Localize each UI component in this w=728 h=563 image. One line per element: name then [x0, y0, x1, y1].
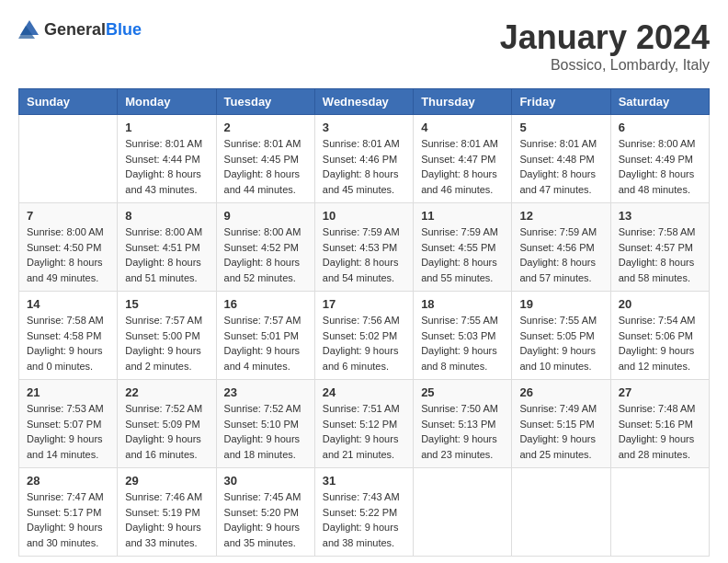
calendar-cell: 19Sunrise: 7:55 AMSunset: 5:05 PMDayligh… [512, 292, 610, 380]
day-number: 6 [619, 121, 701, 134]
day-info: Sunrise: 7:59 AMSunset: 4:56 PMDaylight:… [519, 224, 602, 285]
day-number: 2 [224, 121, 307, 134]
calendar-week-5: 28Sunrise: 7:47 AMSunset: 5:17 PMDayligh… [19, 468, 710, 557]
calendar-cell: 9Sunrise: 8:00 AMSunset: 4:52 PMDaylight… [216, 203, 314, 292]
day-number: 21 [27, 385, 109, 399]
calendar-cell [610, 468, 709, 557]
calendar-week-4: 21Sunrise: 7:53 AMSunset: 5:07 PMDayligh… [19, 380, 710, 468]
day-info: Sunrise: 8:01 AMSunset: 4:48 PMDaylight:… [519, 136, 602, 197]
calendar-cell: 3Sunrise: 8:01 AMSunset: 4:46 PMDaylight… [314, 115, 413, 203]
calendar-cell: 11Sunrise: 7:59 AMSunset: 4:55 PMDayligh… [414, 203, 512, 292]
day-number: 1 [125, 121, 208, 134]
calendar-cell: 4Sunrise: 8:01 AMSunset: 4:47 PMDaylight… [414, 115, 512, 203]
day-info: Sunrise: 7:57 AMSunset: 5:00 PMDaylight:… [125, 313, 208, 373]
day-number: 28 [27, 474, 109, 488]
header-day-friday: Friday [512, 89, 610, 115]
day-info: Sunrise: 7:55 AMSunset: 5:03 PMDaylight:… [421, 313, 504, 373]
calendar-cell [19, 115, 118, 203]
day-info: Sunrise: 7:47 AMSunset: 5:17 PMDaylight:… [27, 489, 109, 550]
day-number: 30 [224, 474, 307, 488]
day-number: 20 [619, 297, 701, 311]
calendar-cell: 2Sunrise: 8:01 AMSunset: 4:45 PMDaylight… [216, 115, 314, 203]
calendar-cell: 13Sunrise: 7:58 AMSunset: 4:57 PMDayligh… [610, 203, 709, 292]
month-title: January 2024 [500, 18, 710, 57]
calendar-cell: 15Sunrise: 7:57 AMSunset: 5:00 PMDayligh… [118, 292, 216, 380]
calendar-cell: 17Sunrise: 7:56 AMSunset: 5:02 PMDayligh… [314, 292, 413, 380]
location-subtitle: Bossico, Lombardy, Italy [500, 57, 710, 74]
calendar-cell: 21Sunrise: 7:53 AMSunset: 5:07 PMDayligh… [19, 380, 118, 468]
day-number: 12 [519, 209, 602, 223]
calendar-table: SundayMondayTuesdayWednesdayThursdayFrid… [18, 88, 710, 557]
day-number: 26 [519, 385, 602, 399]
day-info: Sunrise: 7:45 AMSunset: 5:20 PMDaylight:… [224, 489, 307, 550]
day-number: 23 [224, 385, 307, 399]
day-info: Sunrise: 7:53 AMSunset: 5:07 PMDaylight:… [27, 401, 109, 462]
day-info: Sunrise: 7:59 AMSunset: 4:53 PMDaylight:… [323, 224, 405, 285]
calendar-cell: 1Sunrise: 8:01 AMSunset: 4:44 PMDaylight… [118, 115, 216, 203]
day-info: Sunrise: 7:52 AMSunset: 5:09 PMDaylight:… [125, 401, 208, 462]
day-number: 11 [421, 209, 504, 223]
calendar-cell: 26Sunrise: 7:49 AMSunset: 5:15 PMDayligh… [512, 380, 610, 468]
logo-text-general: General [44, 20, 106, 39]
day-info: Sunrise: 7:57 AMSunset: 5:01 PMDaylight:… [224, 313, 307, 373]
calendar-cell: 27Sunrise: 7:48 AMSunset: 5:16 PMDayligh… [610, 380, 709, 468]
day-number: 31 [323, 474, 405, 488]
day-number: 27 [619, 385, 701, 399]
day-info: Sunrise: 8:00 AMSunset: 4:50 PMDaylight:… [27, 224, 109, 285]
day-number: 22 [125, 385, 208, 399]
day-info: Sunrise: 7:50 AMSunset: 5:13 PMDaylight:… [421, 401, 504, 462]
day-number: 7 [27, 209, 109, 223]
calendar-cell [512, 468, 610, 557]
day-number: 10 [323, 209, 405, 223]
day-number: 9 [224, 209, 307, 223]
day-info: Sunrise: 7:52 AMSunset: 5:10 PMDaylight:… [224, 401, 307, 462]
day-number: 3 [323, 121, 405, 134]
calendar-week-3: 14Sunrise: 7:58 AMSunset: 4:58 PMDayligh… [19, 292, 710, 380]
day-number: 29 [125, 474, 208, 488]
calendar-cell: 22Sunrise: 7:52 AMSunset: 5:09 PMDayligh… [118, 380, 216, 468]
calendar-cell: 14Sunrise: 7:58 AMSunset: 4:58 PMDayligh… [19, 292, 118, 380]
day-number: 25 [421, 385, 504, 399]
calendar-cell [414, 468, 512, 557]
header-day-tuesday: Tuesday [216, 89, 314, 115]
calendar-week-2: 7Sunrise: 8:00 AMSunset: 4:50 PMDaylight… [19, 203, 710, 292]
title-area: January 2024 Bossico, Lombardy, Italy [500, 18, 710, 74]
header-day-thursday: Thursday [414, 89, 512, 115]
calendar-cell: 23Sunrise: 7:52 AMSunset: 5:10 PMDayligh… [216, 380, 314, 468]
header-day-saturday: Saturday [610, 89, 709, 115]
day-number: 13 [619, 209, 701, 223]
day-info: Sunrise: 7:58 AMSunset: 4:57 PMDaylight:… [619, 224, 701, 285]
day-info: Sunrise: 7:55 AMSunset: 5:05 PMDaylight:… [519, 313, 602, 373]
day-info: Sunrise: 7:59 AMSunset: 4:55 PMDaylight:… [421, 224, 504, 285]
day-number: 8 [125, 209, 208, 223]
calendar-cell: 6Sunrise: 8:00 AMSunset: 4:49 PMDaylight… [610, 115, 709, 203]
day-info: Sunrise: 7:58 AMSunset: 4:58 PMDaylight:… [27, 313, 109, 373]
day-info: Sunrise: 7:48 AMSunset: 5:16 PMDaylight:… [619, 401, 701, 462]
logo: GeneralBlue [18, 18, 142, 40]
logo-icon [18, 18, 40, 40]
day-info: Sunrise: 8:01 AMSunset: 4:46 PMDaylight:… [323, 136, 405, 197]
day-info: Sunrise: 7:56 AMSunset: 5:02 PMDaylight:… [323, 313, 405, 373]
calendar-cell: 18Sunrise: 7:55 AMSunset: 5:03 PMDayligh… [414, 292, 512, 380]
header-day-wednesday: Wednesday [314, 89, 413, 115]
calendar-week-1: 1Sunrise: 8:01 AMSunset: 4:44 PMDaylight… [19, 115, 710, 203]
header-day-sunday: Sunday [19, 89, 118, 115]
calendar-cell: 10Sunrise: 7:59 AMSunset: 4:53 PMDayligh… [314, 203, 413, 292]
day-number: 15 [125, 297, 208, 311]
calendar-cell: 16Sunrise: 7:57 AMSunset: 5:01 PMDayligh… [216, 292, 314, 380]
day-number: 19 [519, 297, 602, 311]
calendar-cell: 7Sunrise: 8:00 AMSunset: 4:50 PMDaylight… [19, 203, 118, 292]
day-info: Sunrise: 8:00 AMSunset: 4:52 PMDaylight:… [224, 224, 307, 285]
day-info: Sunrise: 7:51 AMSunset: 5:12 PMDaylight:… [323, 401, 405, 462]
calendar-cell: 29Sunrise: 7:46 AMSunset: 5:19 PMDayligh… [118, 468, 216, 557]
day-number: 18 [421, 297, 504, 311]
calendar-cell: 24Sunrise: 7:51 AMSunset: 5:12 PMDayligh… [314, 380, 413, 468]
day-number: 5 [519, 121, 602, 134]
header: GeneralBlue January 2024 Bossico, Lombar… [18, 18, 710, 74]
day-info: Sunrise: 7:46 AMSunset: 5:19 PMDaylight:… [125, 489, 208, 550]
day-info: Sunrise: 7:43 AMSunset: 5:22 PMDaylight:… [323, 489, 405, 550]
day-info: Sunrise: 8:00 AMSunset: 4:51 PMDaylight:… [125, 224, 208, 285]
calendar-cell: 28Sunrise: 7:47 AMSunset: 5:17 PMDayligh… [19, 468, 118, 557]
day-info: Sunrise: 8:01 AMSunset: 4:47 PMDaylight:… [421, 136, 504, 197]
day-number: 16 [224, 297, 307, 311]
